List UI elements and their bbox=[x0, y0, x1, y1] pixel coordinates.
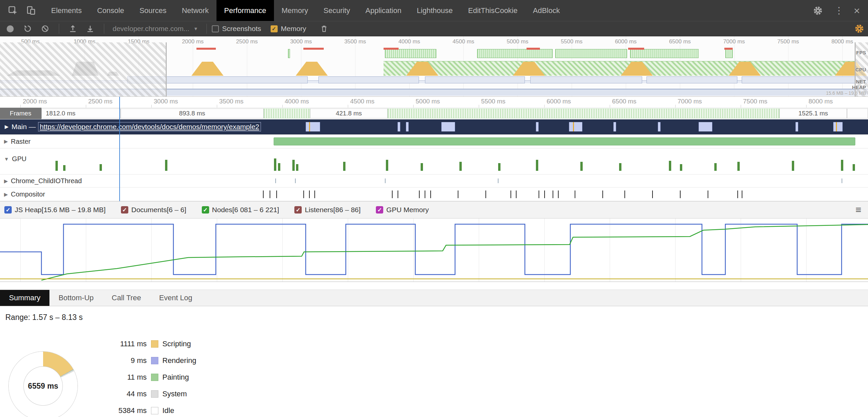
timeline-overview[interactable]: 500 ms1000 ms1500 ms2000 ms2500 ms3000 m… bbox=[0, 36, 868, 97]
selection-left-handle[interactable] bbox=[166, 42, 167, 96]
screenshots-checkbox[interactable] bbox=[212, 25, 219, 32]
timeline-tracks-area[interactable]: 2000 ms2500 ms3000 ms3500 ms4000 ms4500 … bbox=[0, 97, 868, 201]
gpu-activity-bar[interactable] bbox=[386, 160, 388, 171]
raster-activity-bar[interactable] bbox=[274, 137, 855, 145]
tab-elements[interactable]: Elements bbox=[43, 0, 90, 21]
collapse-triangle-icon[interactable]: ▶ bbox=[4, 191, 8, 197]
bottom-tab-bottom-up[interactable]: Bottom-Up bbox=[50, 290, 102, 306]
playhead-cursor-line[interactable] bbox=[119, 97, 120, 201]
legend-label[interactable]: Rendering bbox=[162, 356, 196, 365]
main-activity-mark[interactable] bbox=[536, 122, 538, 132]
trash-icon[interactable] bbox=[318, 23, 330, 35]
tab-security[interactable]: Security bbox=[316, 0, 358, 21]
gpu-activity-bar[interactable] bbox=[580, 162, 583, 171]
gpu-activity-bar[interactable] bbox=[56, 161, 58, 171]
tab-memory[interactable]: Memory bbox=[274, 0, 316, 21]
clear-recording-icon[interactable] bbox=[39, 23, 51, 35]
memory-counter[interactable]: ✓Documents[6 – 6] bbox=[121, 206, 186, 214]
memory-counter[interactable]: ✓Nodes[6 081 – 6 221] bbox=[202, 206, 279, 214]
frames-track[interactable]: 1812.0 ms893.8 ms421.8 ms1525.1 ms Frame… bbox=[0, 108, 868, 119]
main-activity-mark[interactable] bbox=[796, 122, 798, 132]
hamburger-menu-icon[interactable]: ≡ bbox=[855, 204, 861, 215]
gpu-activity-bar[interactable] bbox=[421, 163, 423, 171]
main-activity-mark[interactable] bbox=[406, 122, 409, 132]
memory-graph[interactable] bbox=[0, 218, 868, 282]
gpu-activity-bar[interactable] bbox=[278, 163, 280, 171]
performance-settings-gear-icon[interactable] bbox=[853, 23, 865, 35]
gpu-track[interactable]: ▼ GPU bbox=[0, 148, 868, 174]
main-activity-mark[interactable] bbox=[398, 122, 400, 132]
settings-gear-icon[interactable] bbox=[811, 4, 824, 17]
collapse-triangle-icon[interactable]: ▶ bbox=[4, 178, 8, 184]
record-button[interactable] bbox=[7, 25, 14, 32]
gpu-activity-bar[interactable] bbox=[459, 162, 462, 171]
main-activity-mark[interactable] bbox=[306, 122, 320, 132]
tab-application[interactable]: Application bbox=[358, 0, 409, 21]
counter-checkbox[interactable]: ✓ bbox=[4, 206, 12, 213]
memory-counter[interactable]: ✓JS Heap[15.6 MB – 19.8 MB] bbox=[4, 206, 105, 214]
counter-checkbox[interactable]: ✓ bbox=[121, 206, 128, 213]
memory-counter[interactable]: ✓GPU Memory bbox=[376, 206, 429, 214]
gpu-activity-bar[interactable] bbox=[852, 164, 855, 171]
gpu-activity-bar[interactable] bbox=[343, 162, 345, 171]
frame-idle-block[interactable] bbox=[388, 108, 779, 118]
tab-network[interactable]: Network bbox=[174, 0, 217, 21]
profile-select[interactable]: developer.chrome.com... ▼ bbox=[113, 25, 198, 33]
inspect-element-icon[interactable] bbox=[7, 4, 20, 17]
bottom-tab-call-tree[interactable]: Call Tree bbox=[102, 290, 150, 306]
kebab-menu-icon[interactable]: ⋮ bbox=[834, 6, 844, 15]
frame-block[interactable]: 893.8 ms bbox=[121, 108, 264, 118]
collapse-triangle-icon[interactable]: ▶ bbox=[4, 138, 8, 144]
gpu-activity-bar[interactable] bbox=[669, 161, 671, 171]
gpu-activity-bar[interactable] bbox=[498, 163, 500, 171]
frame-idle-block[interactable] bbox=[264, 108, 310, 118]
tab-console[interactable]: Console bbox=[90, 0, 132, 21]
tab-lighthouse[interactable]: Lighthouse bbox=[409, 0, 460, 21]
counter-checkbox[interactable]: ✓ bbox=[294, 206, 302, 213]
gpu-activity-bar[interactable] bbox=[841, 160, 843, 171]
memory-checkbox[interactable]: ✓ bbox=[271, 25, 278, 32]
legend-label[interactable]: Painting bbox=[162, 373, 189, 382]
frame-block[interactable]: 1812.0 ms bbox=[41, 108, 121, 118]
main-activity-mark[interactable] bbox=[569, 122, 582, 132]
reload-and-record-icon[interactable] bbox=[22, 23, 34, 35]
collapse-triangle-icon[interactable]: ▶ bbox=[5, 124, 9, 130]
main-activity-mark[interactable] bbox=[613, 122, 616, 132]
main-activity-mark[interactable] bbox=[441, 122, 455, 132]
legend-label[interactable]: System bbox=[162, 390, 187, 398]
compositor-track[interactable]: ▶ Compositor bbox=[0, 187, 868, 201]
gpu-activity-bar[interactable] bbox=[619, 163, 621, 171]
chrome-childiothread-track[interactable]: ▶ Chrome_ChildIOThread bbox=[0, 174, 868, 187]
memory-counter[interactable]: ✓Listeners[86 – 86] bbox=[294, 206, 361, 214]
memory-checkbox-label[interactable]: Memory bbox=[281, 25, 306, 33]
bottom-tab-event-log[interactable]: Event Log bbox=[150, 290, 201, 306]
screenshots-checkbox-label[interactable]: Screenshots bbox=[222, 25, 261, 33]
main-activity-mark[interactable] bbox=[658, 122, 660, 132]
gpu-activity-bar[interactable] bbox=[99, 164, 102, 171]
bottom-tab-summary[interactable]: Summary bbox=[0, 290, 50, 306]
gpu-activity-bar[interactable] bbox=[292, 160, 295, 171]
frame-block[interactable]: 1525.1 ms bbox=[779, 108, 847, 118]
counter-checkbox[interactable]: ✓ bbox=[202, 206, 209, 213]
main-thread-track[interactable]: ▶ Main — https://developer.chrome.com/de… bbox=[0, 119, 868, 134]
main-activity-mark[interactable] bbox=[833, 122, 843, 132]
gpu-activity-bar[interactable] bbox=[63, 165, 65, 171]
summary-donut-chart[interactable]: 6559 ms bbox=[9, 352, 78, 417]
main-activity-mark[interactable] bbox=[699, 122, 712, 132]
load-profile-icon[interactable] bbox=[67, 23, 79, 35]
frame-block[interactable]: 421.8 ms bbox=[310, 108, 388, 118]
legend-label[interactable]: Scripting bbox=[162, 340, 191, 348]
tab-sources[interactable]: Sources bbox=[132, 0, 174, 21]
expand-triangle-icon[interactable]: ▼ bbox=[4, 156, 9, 162]
gpu-activity-bar[interactable] bbox=[737, 162, 740, 171]
tab-adblock[interactable]: AdBlock bbox=[525, 0, 568, 21]
save-profile-icon[interactable] bbox=[84, 23, 96, 35]
gpu-activity-bar[interactable] bbox=[536, 160, 538, 171]
raster-track[interactable]: ▶ Raster bbox=[0, 134, 868, 148]
main-track-url[interactable]: https://developer.chrome.com/devtools/do… bbox=[39, 123, 260, 131]
counter-checkbox[interactable]: ✓ bbox=[376, 206, 383, 213]
gpu-activity-bar[interactable] bbox=[274, 159, 276, 171]
close-devtools-icon[interactable]: × bbox=[854, 5, 860, 16]
gpu-activity-bar[interactable] bbox=[714, 163, 717, 171]
gpu-activity-bar[interactable] bbox=[296, 164, 298, 171]
